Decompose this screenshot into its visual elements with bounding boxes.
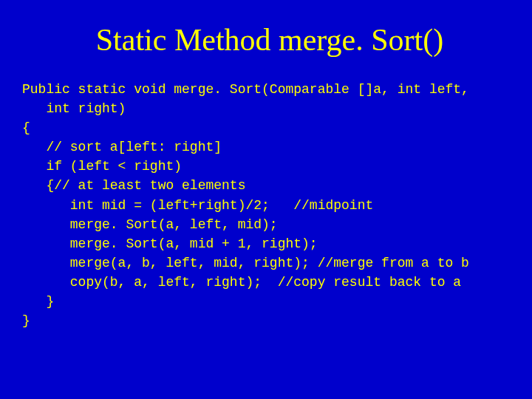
code-block: Public static void merge. Sort(Comparabl… <box>22 80 517 330</box>
slide-title: Static Method merge. Sort() <box>22 22 517 58</box>
code-line: merge. Sort(a, mid + 1, right); <box>22 236 318 251</box>
code-line: int mid = (left+right)/2; //midpoint <box>22 198 373 213</box>
code-line: copy(b, a, left, right); //copy result b… <box>22 275 461 290</box>
code-line: } <box>22 313 30 328</box>
code-line: // sort a[left: right] <box>22 140 222 154</box>
slide-container: Static Method merge. Sort() Public stati… <box>0 0 532 399</box>
code-line: if (left < right) <box>22 159 182 174</box>
code-line: {// at least two elements <box>22 178 245 193</box>
code-line: merge. Sort(a, left, mid); <box>22 217 278 232</box>
code-line: { <box>22 120 30 135</box>
code-line: } <box>22 294 54 309</box>
code-line: merge(a, b, left, mid, right); //merge f… <box>22 256 469 270</box>
code-line: int right) <box>22 101 126 116</box>
code-line: Public static void merge. Sort(Comparabl… <box>22 82 469 97</box>
